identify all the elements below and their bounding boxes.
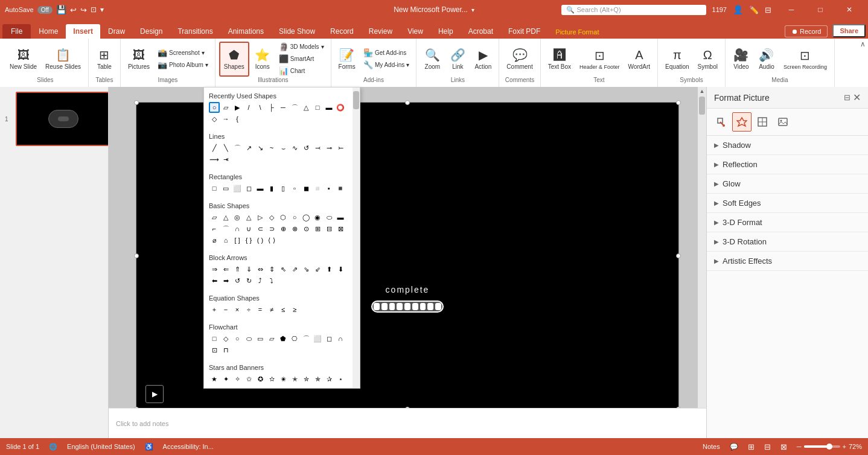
tab-help[interactable]: Help (431, 24, 461, 39)
star-9[interactable]: ✮ (301, 374, 311, 384)
arrow-6[interactable]: ⇕ (266, 264, 277, 275)
autosave-toggle[interactable]: Off (37, 6, 53, 14)
maximize-button[interactable]: □ (806, 0, 834, 19)
basic-20[interactable]: ⊗ (289, 223, 300, 234)
table-button[interactable]: ⊞ Table (92, 42, 116, 77)
arrow-9[interactable]: ⇘ (301, 264, 311, 275)
ribbon-collapse[interactable]: ∧ (860, 39, 866, 87)
rect-7[interactable]: ▯ (278, 183, 289, 194)
search-box[interactable]: 🔍 Search (Alt+Q) (561, 5, 706, 15)
basic-16[interactable]: ∪ (243, 223, 254, 234)
format-size-icon-btn[interactable] (753, 112, 772, 132)
star-2[interactable]: ✦ (220, 374, 231, 384)
basic-15[interactable]: ∩ (232, 223, 243, 234)
basic-5[interactable]: ▷ (255, 212, 266, 223)
line-4[interactable]: ↗ (243, 142, 254, 153)
selection-handle-tr[interactable] (676, 100, 681, 105)
zoom-slider[interactable] (804, 445, 840, 448)
basic-9[interactable]: ◯ (301, 212, 311, 223)
line-7[interactable]: ⌣ (278, 142, 289, 153)
basic-8[interactable]: ○ (289, 212, 300, 223)
format-section-shadow-header[interactable]: ▶ Shadow (707, 136, 868, 154)
star-3[interactable]: ✧ (232, 374, 243, 384)
line-straight[interactable]: ╱ (209, 142, 220, 153)
rect-1[interactable]: □ (209, 183, 220, 194)
flow-1[interactable]: □ (209, 333, 220, 344)
tab-home[interactable]: Home (31, 24, 65, 39)
flow-6[interactable]: ▱ (266, 333, 277, 344)
eq-div[interactable]: ÷ (243, 304, 254, 315)
slide-thumbnail[interactable] (16, 92, 109, 146)
basic-22[interactable]: ⊞ (312, 223, 323, 234)
arrow-3[interactable]: ⇑ (232, 264, 243, 275)
equation-button[interactable]: π Equation (662, 42, 692, 77)
line-9[interactable]: ↺ (301, 142, 311, 153)
scroll-up-arrow[interactable]: ▲ (698, 87, 706, 95)
shape-triangle[interactable]: △ (301, 102, 311, 113)
my-addins-dropdown[interactable]: ▾ (406, 62, 409, 68)
reuse-slides-button[interactable]: 📋 Reuse Slides (42, 42, 85, 77)
tab-draw[interactable]: Draw (101, 24, 132, 39)
basic-1[interactable]: ▱ (209, 212, 220, 223)
basic-4[interactable]: △ (243, 212, 254, 223)
play-button[interactable]: ▶ (145, 385, 164, 403)
redo-icon[interactable]: ↪ (80, 5, 87, 14)
flow-7[interactable]: ⬟ (278, 333, 289, 344)
chart-button[interactable]: 📊 Chart (276, 65, 327, 77)
tab-design[interactable]: Design (133, 24, 170, 39)
icons-button[interactable]: ⭐ Icons (251, 42, 275, 77)
tab-record[interactable]: Record (323, 24, 361, 39)
basic-12[interactable]: ▬ (335, 212, 346, 223)
3d-dropdown[interactable]: ▾ (321, 43, 324, 50)
rect-9[interactable]: ◼ (301, 183, 311, 194)
close-button[interactable]: ✕ (835, 0, 863, 19)
tab-animations[interactable]: Animations (221, 24, 271, 39)
arrow-8[interactable]: ⇗ (289, 264, 300, 275)
shape-rect[interactable]: ▬ (324, 102, 334, 113)
basic-24[interactable]: ⊠ (335, 223, 346, 234)
flow-8[interactable]: ⎔ (289, 333, 300, 344)
flow-2[interactable]: ◇ (220, 333, 231, 344)
rect-3[interactable]: ⬜ (232, 183, 243, 194)
line-10[interactable]: ⤙ (312, 142, 323, 153)
flow-11[interactable]: ◻ (324, 333, 334, 344)
star-1[interactable]: ★ (209, 374, 220, 384)
basic-28[interactable]: { } (243, 235, 254, 246)
restore-icon[interactable]: ⊡ (91, 5, 97, 14)
arrow-18[interactable]: ⤵ (266, 275, 277, 286)
format-section-3d-rotation-header[interactable]: ▶ 3-D Rotation (707, 232, 868, 251)
photo-album-button[interactable]: 📷 Photo Album ▾ (155, 59, 211, 71)
shape-parallelogram[interactable]: ▱ (220, 102, 231, 113)
flow-9[interactable]: ⌒ (301, 333, 311, 344)
line-6[interactable]: ~ (266, 142, 277, 153)
title-dropdown-icon[interactable]: ▾ (471, 7, 474, 13)
tab-picture-format[interactable]: Picture Format (548, 25, 606, 39)
eq-le[interactable]: ≤ (278, 304, 289, 315)
tab-view[interactable]: View (400, 24, 430, 39)
shape-circle[interactable]: ○ (209, 102, 220, 113)
line-back[interactable]: ╲ (220, 142, 231, 153)
comment-button[interactable]: 💬 Comment (503, 42, 536, 77)
basic-30[interactable]: ⟨ ⟩ (266, 235, 277, 246)
arrow-14[interactable]: ➡ (220, 275, 231, 286)
line-8[interactable]: ∿ (289, 142, 300, 153)
arrow-17[interactable]: ⤴ (255, 275, 266, 286)
basic-13[interactable]: ⌐ (209, 223, 220, 234)
language-settings-icon[interactable]: 🌐 (49, 443, 57, 451)
ribbon-toggle-icon[interactable]: ⊟ (765, 5, 771, 14)
line-12[interactable]: ⤚ (335, 142, 346, 153)
star-8[interactable]: ✭ (289, 374, 300, 384)
shapes-button[interactable]: ⬟ Shapes (219, 42, 249, 77)
screenshot-button[interactable]: 📸 Screenshot ▾ (155, 47, 211, 59)
zoom-in-button[interactable]: + (843, 443, 846, 450)
view-normal-icon[interactable]: ⊞ (748, 442, 755, 451)
basic-3[interactable]: ◎ (232, 212, 243, 223)
flow-13[interactable]: ⊡ (209, 345, 220, 355)
tab-review[interactable]: Review (362, 24, 400, 39)
smartart-button[interactable]: ⬛ SmartArt (276, 53, 327, 65)
flow-14[interactable]: ⊓ (220, 345, 231, 355)
shape-rt-arrow[interactable]: → (220, 113, 231, 124)
new-slide-button[interactable]: 🖼 New Slide (6, 42, 40, 77)
selection-handle-tl[interactable] (134, 100, 139, 105)
minimize-button[interactable]: ─ (777, 0, 805, 19)
